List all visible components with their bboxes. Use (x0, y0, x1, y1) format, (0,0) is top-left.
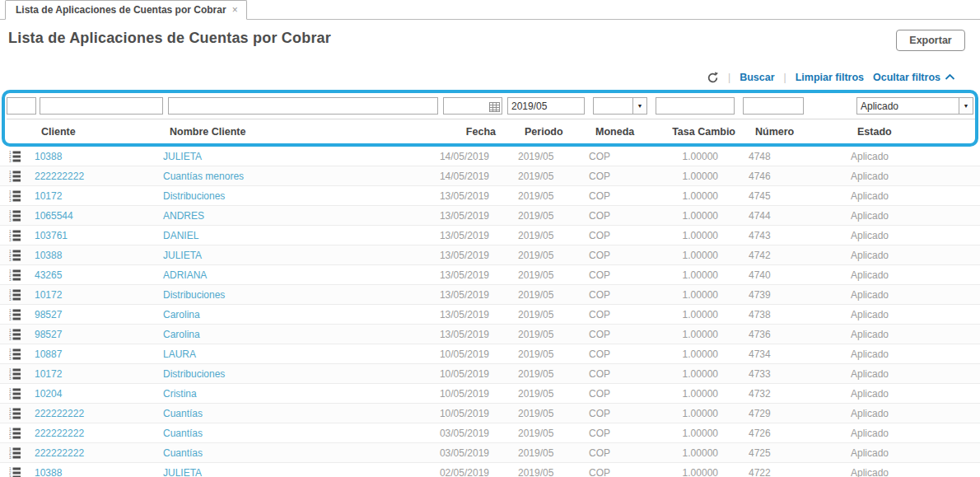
nombre-cliente-link[interactable]: JULIETA (163, 467, 202, 477)
nombre-cliente-link[interactable]: Carolina (163, 309, 200, 320)
close-icon[interactable]: × (232, 6, 238, 14)
periodo-filter-input[interactable] (507, 97, 585, 115)
nombre-cliente-link[interactable]: Distribuciones (163, 368, 225, 380)
numbered-list-icon[interactable]: 1 2 3 (9, 210, 21, 222)
table-row: 1 2 3 222222222 Cuantías 03/05/2019 2019… (0, 443, 980, 463)
numero-cell: 4732 (736, 388, 850, 400)
tasa-cambio-cell: 1.00000 (649, 329, 736, 340)
table-row: 1 2 3 10388 JULIETA 14/05/2019 2019/05 C… (0, 147, 980, 166)
nombre-cliente-link[interactable]: Cuantías menores (163, 171, 244, 182)
nombre-cliente-link[interactable]: Carolina (163, 329, 200, 340)
column-header-moneda[interactable]: Moneda (593, 126, 656, 138)
nombre-cliente-link[interactable]: LAURA (163, 348, 196, 360)
periodo-cell: 2019/05 (501, 171, 586, 182)
nombre-cliente-link[interactable]: Cuantías (163, 408, 203, 419)
numero-cell: 4729 (736, 408, 850, 419)
cliente-link[interactable]: 10172 (35, 190, 62, 202)
nombre-cliente-link[interactable]: Cristina (163, 388, 197, 400)
cliente-link[interactable]: 98527 (35, 309, 62, 320)
cliente-link[interactable]: 103761 (35, 230, 68, 241)
export-button[interactable]: Exportar (896, 30, 965, 51)
clear-filters-link[interactable]: Limpiar filtros (796, 72, 864, 83)
numbered-list-icon[interactable]: 1 2 3 (9, 408, 21, 419)
numero-cell: 4738 (736, 309, 850, 320)
cliente-link[interactable]: 222222222 (35, 171, 84, 182)
cliente-link[interactable]: 98527 (35, 329, 62, 340)
nombre-cliente-link[interactable]: Distribuciones (163, 190, 225, 202)
nombre-cliente-filter-input[interactable] (168, 97, 438, 115)
cliente-link[interactable]: 10388 (35, 467, 62, 477)
svg-text:3: 3 (9, 317, 12, 320)
column-header-estado[interactable]: Estado (856, 126, 975, 138)
icon-column-filter-input[interactable] (7, 97, 36, 115)
moneda-cell: COP (586, 210, 649, 222)
chevron-down-icon[interactable]: ▼ (959, 98, 973, 114)
cliente-link[interactable]: 222222222 (35, 408, 84, 419)
tasa-cambio-cell: 1.00000 (649, 388, 736, 400)
cliente-link[interactable]: 222222222 (35, 447, 84, 459)
numbered-list-icon[interactable]: 1 2 3 (9, 388, 21, 400)
periodo-cell: 2019/05 (501, 309, 586, 320)
numbered-list-icon[interactable]: 1 2 3 (9, 329, 21, 340)
numbered-list-icon[interactable]: 1 2 3 (9, 171, 21, 182)
search-link[interactable]: Buscar (740, 72, 774, 83)
tab-lista-aplicaciones[interactable]: Lista de Aplicaciones de Cuentas por Cob… (5, 0, 247, 20)
numbered-list-icon[interactable]: 1 2 3 (9, 289, 21, 301)
nombre-cliente-link[interactable]: ANDRES (163, 210, 204, 222)
periodo-cell: 2019/05 (501, 368, 586, 380)
nombre-cliente-link[interactable]: Cuantías (163, 447, 203, 459)
cliente-link[interactable]: 1065544 (35, 210, 73, 222)
calendar-grid-icon[interactable] (489, 101, 500, 115)
numbered-list-icon[interactable]: 1 2 3 (9, 309, 21, 320)
numbered-list-icon[interactable]: 1 2 3 (9, 467, 21, 477)
nombre-cliente-link[interactable]: ADRIANA (163, 269, 207, 281)
cliente-link[interactable]: 10204 (35, 388, 62, 400)
moneda-filter-value[interactable] (594, 98, 632, 114)
numbered-list-icon[interactable]: 1 2 3 (9, 250, 21, 261)
cliente-link[interactable]: 222222222 (35, 428, 84, 439)
tasa-cambio-cell: 1.00000 (649, 348, 736, 360)
cliente-link[interactable]: 10388 (35, 151, 62, 162)
column-header-nombre-cliente[interactable]: Nombre Cliente (168, 126, 443, 138)
nombre-cliente-link[interactable]: JULIETA (163, 151, 202, 162)
cliente-link[interactable]: 10172 (35, 368, 62, 380)
cliente-link[interactable]: 10887 (35, 348, 62, 360)
moneda-filter-dropdown[interactable]: ▼ (593, 97, 647, 115)
title-bar: Lista de Aplicaciones de Cuentas por Cob… (0, 20, 980, 58)
column-header-periodo[interactable]: Periodo (507, 126, 593, 138)
tasa-cambio-filter-input[interactable] (656, 97, 735, 115)
cliente-link[interactable]: 10388 (35, 250, 62, 261)
cliente-link[interactable]: 43265 (35, 269, 62, 281)
refresh-icon[interactable] (707, 72, 719, 84)
nombre-cliente-link[interactable]: DANIEL (163, 230, 198, 241)
numbered-list-icon[interactable]: 1 2 3 (9, 447, 21, 459)
fecha-cell: 13/05/2019 (436, 190, 501, 202)
column-header-tasa-cambio[interactable]: Tasa Cambio (656, 126, 743, 138)
numero-filter-input[interactable] (743, 97, 804, 115)
table-row: 1 2 3 98527 Carolina 13/05/2019 2019/05 … (0, 325, 980, 344)
hide-filters-link[interactable]: Ocultar filtros (873, 72, 955, 83)
chevron-down-icon[interactable]: ▼ (632, 98, 646, 114)
estado-filter-value[interactable] (857, 98, 959, 114)
column-header-numero[interactable]: Número (743, 126, 856, 138)
numbered-list-icon[interactable]: 1 2 3 (9, 190, 21, 202)
numbered-list-icon[interactable]: 1 2 3 (9, 348, 21, 360)
cliente-filter-input[interactable] (40, 97, 163, 115)
nombre-cliente-link[interactable]: JULIETA (163, 250, 202, 261)
cliente-link[interactable]: 10172 (35, 289, 62, 301)
column-header-fecha[interactable]: Fecha (443, 126, 507, 138)
column-header-cliente[interactable]: Cliente (40, 126, 168, 138)
fecha-cell: 13/05/2019 (436, 309, 501, 320)
numbered-list-icon[interactable]: 1 2 3 (9, 428, 21, 439)
svg-text:3: 3 (9, 159, 12, 162)
estado-filter-dropdown[interactable]: ▼ (856, 97, 973, 115)
nombre-cliente-link[interactable]: Distribuciones (163, 289, 225, 301)
numbered-list-icon[interactable]: 1 2 3 (9, 230, 21, 241)
tasa-cambio-cell: 1.00000 (649, 230, 736, 241)
numbered-list-icon[interactable]: 1 2 3 (9, 151, 21, 162)
numbered-list-icon[interactable]: 1 2 3 (9, 269, 21, 281)
nombre-cliente-link[interactable]: Cuantías (163, 428, 203, 439)
numbered-list-icon[interactable]: 1 2 3 (9, 368, 21, 380)
periodo-cell: 2019/05 (501, 269, 586, 281)
estado-cell: Aplicado (850, 230, 980, 241)
